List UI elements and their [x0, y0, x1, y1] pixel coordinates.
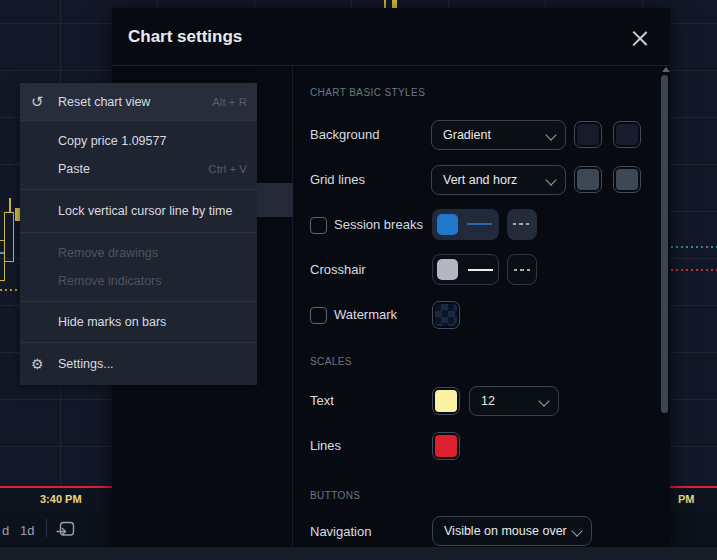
candle-hollow-body — [4, 212, 14, 262]
dotted-price-line — [671, 246, 717, 248]
time-axis-label: 3:40 PM — [40, 493, 82, 505]
dialog-title: Chart settings — [128, 27, 242, 47]
status-bar — [0, 546, 717, 560]
menu-item-lock-vertical-cursor[interactable]: Lock vertical cursor line by time — [20, 197, 257, 225]
dotted-price-line — [0, 289, 20, 291]
menu-item-hide-marks-on-bars[interactable]: Hide marks on bars — [20, 308, 257, 336]
menu-item-paste[interactable]: Paste Ctrl + V — [20, 155, 257, 183]
crosshair-line-preview — [468, 269, 493, 271]
background-label: Background — [310, 127, 379, 142]
watermark-label: Watermark — [334, 307, 397, 322]
crosshair-label: Crosshair — [310, 262, 366, 277]
lines-color-swatch[interactable] — [432, 432, 460, 460]
grid-color-swatch-2[interactable] — [613, 166, 641, 193]
dialog-divider — [112, 65, 670, 66]
menu-item-remove-indicators[interactable]: Remove indicators — [20, 267, 257, 295]
menu-item-reset-chart-view[interactable]: ↺ Reset chart view Alt + R — [20, 83, 257, 120]
session-breaks-line-picker[interactable] — [432, 209, 499, 240]
session-breaks-dash-style-button[interactable] — [507, 209, 537, 240]
interval-button-1d[interactable]: 1d — [20, 523, 34, 538]
crosshair-color — [437, 259, 458, 280]
close-icon[interactable] — [631, 30, 648, 47]
font-size-dropdown[interactable]: 12 — [469, 386, 559, 416]
session-breaks-checkbox[interactable] — [310, 217, 327, 234]
grid-color-swatch-1[interactable] — [574, 166, 602, 193]
gear-icon: ⚙ — [31, 356, 44, 372]
grid-lines-dropdown[interactable]: Vert and horz — [431, 165, 566, 195]
grid-lines-label: Grid lines — [310, 172, 365, 187]
section-scales: SCALES — [310, 356, 352, 367]
menu-item-remove-drawings[interactable]: Remove drawings — [20, 239, 257, 267]
session-breaks-color — [437, 214, 458, 235]
dotted-price-line — [671, 269, 717, 271]
price-tick — [0, 252, 4, 254]
scroll-up-icon[interactable] — [662, 67, 670, 72]
candle-wick — [392, 0, 397, 8]
background-color-swatch-2[interactable] — [613, 121, 641, 148]
crosshair-line-picker[interactable] — [432, 254, 499, 285]
candle-wick — [384, 0, 386, 8]
chevron-down-icon — [571, 525, 582, 536]
menu-item-settings[interactable]: ⚙ Settings... — [20, 350, 257, 378]
menu-highlight-fragment — [257, 183, 293, 217]
interval-button[interactable]: d — [2, 523, 9, 538]
time-axis-label: PM — [678, 493, 695, 505]
shortcut-label: Alt + R — [212, 96, 247, 108]
dashed-line-icon — [514, 269, 531, 271]
toolbar-divider — [46, 519, 47, 537]
chart-application: 3:40 PM PM d 1d Chart settings CHART BAS… — [0, 0, 717, 560]
candle-hollow-body — [0, 240, 5, 281]
watermark-color-swatch[interactable] — [432, 301, 460, 329]
navigation-dropdown[interactable]: Visible on mouse over — [432, 516, 592, 546]
session-breaks-line-preview — [467, 223, 492, 225]
go-to-date-icon[interactable] — [55, 518, 77, 544]
chevron-down-icon — [545, 129, 556, 140]
text-color-swatch[interactable] — [432, 387, 460, 415]
section-chart-basic-styles: CHART BASIC STYLES — [310, 87, 425, 98]
dashed-line-icon — [513, 223, 530, 225]
shortcut-label: Ctrl + V — [208, 163, 247, 175]
chart-context-menu: ↺ Reset chart view Alt + R Copy price 1.… — [20, 83, 257, 385]
text-label: Text — [310, 393, 334, 408]
chevron-down-icon — [545, 174, 556, 185]
background-dropdown[interactable]: Gradient — [431, 120, 566, 150]
dialog-scrollbar[interactable] — [661, 75, 668, 413]
reset-icon: ↺ — [31, 93, 44, 111]
background-color-swatch-1[interactable] — [574, 121, 602, 148]
menu-item-copy-price[interactable]: Copy price 1.09577 — [20, 127, 257, 155]
watermark-checkbox[interactable] — [310, 307, 327, 324]
navigation-label: Navigation — [310, 524, 371, 539]
dialog-sidebar-divider — [292, 66, 293, 547]
session-breaks-label: Session breaks — [334, 217, 423, 232]
candle-wick — [9, 198, 11, 213]
chevron-down-icon — [538, 395, 549, 406]
section-buttons: BUTTONS — [310, 490, 360, 501]
lines-label: Lines — [310, 438, 341, 453]
crosshair-dash-style-button[interactable] — [507, 254, 537, 285]
